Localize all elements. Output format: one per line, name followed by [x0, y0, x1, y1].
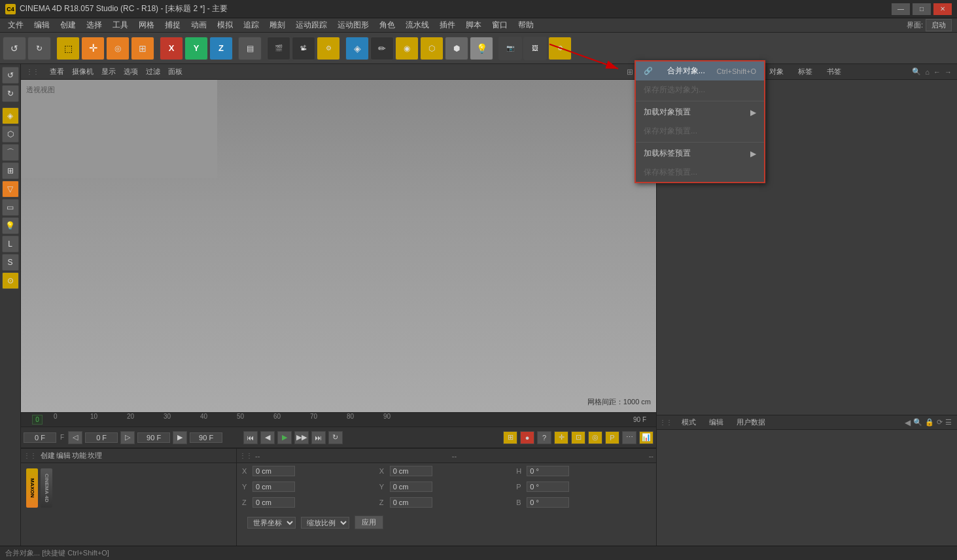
lt-deform[interactable]: ▽: [2, 181, 19, 198]
menu-trace[interactable]: 追踪: [238, 18, 264, 32]
vt-filter[interactable]: 过滤: [146, 67, 160, 77]
frame-end-input[interactable]: [137, 432, 170, 443]
anim-btn-3[interactable]: ⚙: [317, 37, 340, 60]
cube-button[interactable]: ▤: [238, 37, 262, 60]
anim-dots-btn[interactable]: ⋯: [622, 431, 636, 444]
rb-tab-edit[interactable]: 编辑: [703, 416, 730, 429]
anim-path-btn[interactable]: ⊞: [503, 431, 517, 444]
coord-y-input[interactable]: [252, 481, 295, 492]
settings-btn[interactable]: ⚙: [548, 37, 572, 60]
menu-animation[interactable]: 动画: [186, 18, 212, 32]
menu-capture[interactable]: 捕捉: [160, 18, 186, 32]
load-obj-preset-item[interactable]: 加载对象预置 ▶: [636, 103, 764, 122]
y-axis-button[interactable]: Y: [184, 37, 208, 60]
x-axis-button[interactable]: X: [160, 37, 183, 60]
lt-camera[interactable]: L: [2, 236, 19, 253]
anim-record-btn[interactable]: ●: [520, 431, 534, 444]
lt-spline[interactable]: ⌒: [2, 144, 19, 161]
rb-menu-icon[interactable]: ☰: [945, 418, 952, 427]
coord-x-input[interactable]: [252, 466, 295, 476]
light-btn[interactable]: 💡: [470, 37, 493, 60]
vt-camera[interactable]: 摄像机: [72, 67, 94, 77]
loop-btn[interactable]: ↻: [328, 431, 343, 444]
frame-go-end[interactable]: ▶: [173, 431, 187, 444]
rt-tab-tag[interactable]: 标签: [792, 65, 819, 78]
lt-light[interactable]: 💡: [2, 217, 19, 234]
anim-scale-btn[interactable]: ⊡: [571, 431, 585, 444]
menu-edit[interactable]: 编辑: [29, 18, 55, 32]
scale-tool-button[interactable]: ⊞: [131, 37, 154, 60]
lt-render[interactable]: ⊙: [2, 272, 19, 289]
coord-b-input[interactable]: [527, 497, 569, 508]
coord-h-input[interactable]: [527, 466, 569, 476]
obj-tab-create[interactable]: 创建: [41, 451, 55, 461]
lt-poly[interactable]: ⬡: [2, 126, 19, 143]
lt-redo[interactable]: ↻: [2, 85, 19, 102]
scale-select[interactable]: 缩放比例: [301, 517, 349, 529]
maximize-button[interactable]: □: [913, 3, 931, 15]
obj-tab-edit[interactable]: 编辑: [56, 451, 71, 461]
menu-motion-graph[interactable]: 运动图形: [332, 18, 374, 32]
lt-joint[interactable]: S: [2, 254, 19, 271]
world-coords-select[interactable]: 世界坐标: [247, 517, 296, 529]
lt-select[interactable]: ◈: [2, 107, 19, 124]
step-back-btn[interactable]: ◀: [260, 431, 275, 444]
frame-next-btn[interactable]: ▷: [120, 431, 135, 444]
menu-file[interactable]: 文件: [3, 18, 29, 32]
anim-params-btn[interactable]: P: [605, 431, 619, 444]
z-axis-button[interactable]: Z: [209, 37, 233, 60]
frame-total[interactable]: [190, 432, 222, 443]
rb-refresh-icon[interactable]: ⟳: [937, 418, 943, 427]
vt-panel[interactable]: 面板: [168, 67, 183, 77]
obj-btn[interactable]: ⬡: [420, 37, 444, 60]
load-tag-preset-item[interactable]: 加载标签预置 ▶: [636, 144, 764, 163]
coord-x2-input[interactable]: [390, 466, 432, 476]
apply-button[interactable]: 应用: [355, 516, 383, 529]
step-fwd-btn[interactable]: ▶▶: [294, 431, 309, 444]
interface-value[interactable]: 启动: [926, 19, 952, 31]
menu-simulate[interactable]: 模拟: [212, 18, 238, 32]
anim-btn-1[interactable]: 🎬: [267, 37, 290, 60]
lt-floor[interactable]: ▭: [2, 199, 19, 216]
rb-tab-userdata[interactable]: 用户数据: [730, 416, 772, 429]
merge-objects-item[interactable]: 🔗 合并对象... Ctrl+Shift+O: [636, 64, 764, 80]
coord-z-input[interactable]: [252, 497, 295, 508]
frame-start-input[interactable]: [85, 432, 118, 443]
menu-tools[interactable]: 工具: [107, 18, 133, 32]
menu-script[interactable]: 脚本: [461, 18, 487, 32]
play-btn[interactable]: ▶: [277, 431, 292, 444]
frame-prev-btn[interactable]: ◁: [68, 431, 82, 444]
anim-btn-2[interactable]: 📽: [292, 37, 315, 60]
material-btn[interactable]: ◉: [395, 37, 419, 60]
coord-p-input[interactable]: [527, 481, 569, 492]
undo-button[interactable]: ↺: [3, 37, 26, 60]
menu-plugins[interactable]: 插件: [434, 18, 461, 32]
viewport[interactable]: Y X Z 透视视图 网格间距：1000 cm: [21, 80, 656, 412]
rb-arrow-icon[interactable]: ◀: [905, 418, 911, 427]
vt-display[interactable]: 显示: [101, 67, 116, 77]
anim-help-btn[interactable]: ?: [537, 431, 551, 444]
redo-button[interactable]: ↻: [27, 37, 51, 60]
menu-sculpt[interactable]: 雕刻: [264, 18, 290, 32]
close-button[interactable]: ✕: [933, 3, 952, 15]
current-frame-input[interactable]: [24, 432, 56, 443]
vt-options[interactable]: 选项: [124, 67, 138, 77]
draw-btn[interactable]: ✏: [370, 37, 394, 60]
obj-tab-func[interactable]: 功能: [72, 451, 86, 461]
anim-graph-btn[interactable]: 📊: [639, 431, 653, 444]
camera-btn[interactable]: 📷: [498, 37, 522, 60]
object-tool-button[interactable]: ⬚: [56, 37, 80, 60]
goto-end-btn[interactable]: ⏭: [311, 431, 326, 444]
menu-window[interactable]: 窗口: [487, 18, 513, 32]
menu-mesh[interactable]: 网格: [133, 18, 160, 32]
lt-nurbs[interactable]: ⊞: [2, 162, 19, 179]
rb-tab-mode[interactable]: 模式: [675, 416, 703, 429]
menu-select[interactable]: 选择: [81, 18, 107, 32]
coord-z2-input[interactable]: [390, 497, 432, 508]
menu-create[interactable]: 创建: [55, 18, 81, 32]
render2-btn[interactable]: 🖼: [523, 37, 547, 60]
anim-rotate-btn[interactable]: ◎: [588, 431, 602, 444]
anim-move-btn[interactable]: ✛: [554, 431, 568, 444]
minimize-button[interactable]: —: [892, 3, 910, 15]
vt-view[interactable]: 查看: [50, 67, 64, 77]
